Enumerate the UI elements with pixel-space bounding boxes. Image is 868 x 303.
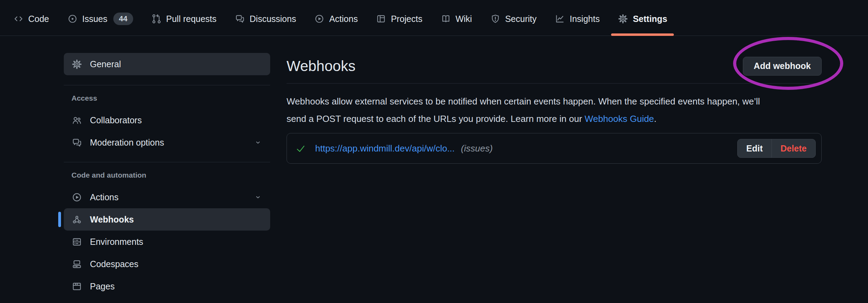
codespaces-icon: [71, 259, 82, 270]
tab-security[interactable]: Security: [481, 2, 546, 36]
sidebar-item-label: Moderation options: [90, 138, 164, 148]
sidebar-item-label: Webhooks: [90, 215, 134, 225]
people-icon: [71, 115, 82, 126]
tab-label: Discussions: [250, 14, 296, 24]
tab-label: Security: [505, 14, 536, 24]
tab-label: Pull requests: [166, 14, 217, 24]
tab-settings[interactable]: Settings: [609, 2, 676, 36]
sidebar-item-codespaces[interactable]: Codespaces: [64, 253, 270, 275]
tab-projects[interactable]: Projects: [367, 2, 431, 36]
add-webhook-button[interactable]: Add webhook: [743, 57, 822, 76]
tab-label: Insights: [570, 14, 600, 24]
sidebar-section-header-access: Access: [64, 87, 270, 109]
tab-label: Actions: [329, 14, 358, 24]
description-line-2: send a POST request to each of the URLs …: [287, 110, 822, 127]
issues-count-badge: 44: [113, 13, 133, 25]
sidebar-item-collaborators[interactable]: Collaborators: [64, 109, 270, 131]
sidebar-item-pages[interactable]: Pages: [64, 275, 270, 297]
play-circle-icon: [314, 14, 325, 24]
sidebar-divider: [64, 162, 270, 162]
edit-button[interactable]: Edit: [738, 139, 771, 157]
tab-issues[interactable]: Issues 44: [58, 2, 142, 36]
graph-icon: [555, 14, 565, 24]
play-circle-icon: [71, 192, 82, 203]
description-line-2-text: send a POST request to each of the URLs …: [287, 114, 585, 124]
discussion-icon: [235, 14, 245, 24]
webhooks-description: Webhooks allow external services to be n…: [287, 93, 822, 127]
tab-discussions[interactable]: Discussions: [226, 2, 305, 36]
book-icon: [441, 14, 451, 24]
pull-request-icon: [151, 14, 162, 24]
sidebar-section-header-code-and-automation: Code and automation: [64, 164, 270, 186]
description-period: .: [654, 114, 656, 124]
sidebar-item-webhooks[interactable]: Webhooks: [64, 208, 270, 231]
tab-wiki[interactable]: Wiki: [432, 2, 481, 36]
tab-pull-requests[interactable]: Pull requests: [142, 2, 226, 36]
page-title: Webhooks: [287, 58, 356, 75]
sidebar-item-general[interactable]: General: [64, 53, 270, 75]
tab-actions[interactable]: Actions: [305, 2, 367, 36]
tab-label: Wiki: [456, 14, 472, 24]
chevron-down-icon: [253, 138, 262, 147]
shield-icon: [490, 14, 501, 24]
webhooks-panel: Webhooks Add webhook Webhooks allow exte…: [287, 49, 822, 164]
check-icon: [295, 143, 306, 154]
code-icon: [13, 14, 24, 24]
chevron-down-icon: [253, 193, 262, 202]
sidebar-item-actions[interactable]: Actions: [64, 186, 270, 208]
delete-button[interactable]: Delete: [771, 139, 815, 157]
tab-label: Code: [28, 14, 49, 24]
table-icon: [376, 14, 386, 24]
sidebar-item-label: General: [90, 59, 121, 69]
tab-insights[interactable]: Insights: [546, 2, 609, 36]
sidebar-item-label: Collaborators: [90, 115, 142, 125]
tab-label: Issues: [82, 14, 107, 24]
current-page-indicator: [58, 212, 61, 227]
browser-icon: [71, 281, 82, 292]
sidebar-divider: [64, 85, 270, 85]
sidebar-item-environments[interactable]: Environments: [64, 231, 270, 253]
webhook-url-link[interactable]: https://app.windmill.dev/api/w/clo...: [315, 143, 455, 154]
webhooks-guide-link[interactable]: Webhooks Guide: [585, 114, 654, 124]
sidebar-item-moderation-options[interactable]: Moderation options: [64, 131, 270, 154]
settings-sidebar: General Access Collaborators Moderation …: [64, 53, 270, 297]
sidebar-item-label: Actions: [90, 192, 119, 202]
webhook-icon: [71, 214, 82, 225]
tab-label: Settings: [633, 14, 667, 24]
sidebar-item-label: Environments: [90, 237, 143, 247]
gear-icon: [71, 59, 82, 70]
webhook-row: https://app.windmill.dev/api/w/clo... (i…: [287, 133, 822, 164]
webhook-actions-group: Edit Delete: [737, 139, 816, 158]
gear-icon: [618, 14, 628, 24]
tab-code[interactable]: Code: [4, 2, 58, 36]
issue-opened-icon: [67, 14, 78, 24]
sidebar-item-label: Pages: [90, 281, 115, 292]
active-tab-indicator: [611, 33, 674, 36]
sidebar-item-label: Codespaces: [90, 259, 138, 269]
tab-label: Projects: [391, 14, 422, 24]
repo-tab-bar: Code Issues 44 Pull requests Discussions…: [0, 0, 868, 36]
description-line-1: Webhooks allow external services to be n…: [287, 93, 822, 110]
environments-icon: [71, 236, 82, 247]
webhook-events-label: (issues): [461, 143, 493, 154]
discussion-icon: [71, 137, 82, 148]
panel-header: Webhooks Add webhook: [287, 49, 822, 84]
